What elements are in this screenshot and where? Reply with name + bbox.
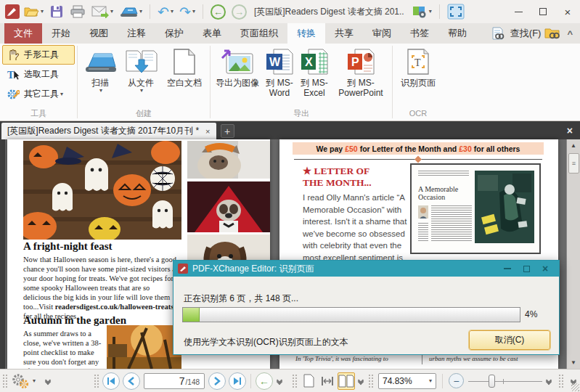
- chevron-down-icon[interactable]: ▾: [33, 378, 36, 384]
- tab-bookmarks[interactable]: 书签: [401, 23, 438, 44]
- last-page-button[interactable]: [229, 372, 246, 390]
- thumb-title: A Memorable Occasion: [418, 185, 476, 201]
- hand-icon: [7, 49, 20, 62]
- single-page-button[interactable]: [300, 372, 317, 390]
- maximize-button[interactable]: [531, 1, 555, 22]
- select-tool-label: 选取工具: [24, 68, 59, 81]
- cancel-button[interactable]: 取消(C): [469, 330, 550, 350]
- previous-view-button[interactable]: ←: [256, 372, 273, 390]
- toolbar-grip: [368, 374, 373, 388]
- excel-icon: X: [300, 48, 329, 75]
- options-gears-button[interactable]: [11, 373, 30, 389]
- double-chevron-icon[interactable]: [277, 378, 282, 384]
- toolbar-grip: [292, 374, 297, 388]
- status-bar: ▾ 7 /148 ← 74.83% ▾ −: [0, 369, 580, 392]
- undo-button[interactable]: ↶▾: [155, 2, 176, 21]
- scroll-up-icon[interactable]: ▲: [567, 139, 580, 152]
- dialog-close-button[interactable]: ×: [536, 262, 555, 275]
- export-image-icon: [221, 48, 254, 75]
- close-icon: ×: [565, 7, 571, 17]
- scrollbar-thumb[interactable]: ≡: [568, 153, 579, 173]
- back-icon: ←: [211, 4, 226, 20]
- document-tab[interactable]: [英国版]Readers Digest 读者文摘 2017年10月刊 * ×: [1, 123, 216, 139]
- tab-organize[interactable]: 页面组织: [231, 23, 287, 44]
- double-chevron-icon[interactable]: [46, 378, 50, 384]
- close-document-icon[interactable]: ×: [567, 125, 580, 139]
- to-excel-button[interactable]: X 到 MS-Excel: [297, 45, 332, 98]
- tab-close-icon[interactable]: ×: [205, 127, 210, 136]
- tab-review[interactable]: 审阅: [363, 23, 401, 44]
- tab-view[interactable]: 视图: [80, 23, 118, 44]
- hand-tool-button[interactable]: 手形工具: [2, 45, 75, 65]
- print-button[interactable]: [67, 2, 89, 21]
- chevron-down-icon: ▾: [429, 378, 432, 384]
- from-file-button[interactable]: 从文件 ▾: [121, 45, 161, 94]
- tab-form[interactable]: 表单: [193, 23, 231, 44]
- ribbon-group-ocr: T 识别页面 OCR: [393, 44, 444, 121]
- chevron-down-icon: ▾: [192, 9, 195, 15]
- select-tool-button[interactable]: T 选取工具: [2, 65, 75, 84]
- back-button[interactable]: ←: [208, 2, 229, 21]
- current-page: 7: [179, 375, 185, 387]
- redo-button[interactable]: ↷▾: [176, 2, 198, 21]
- two-page-view-button[interactable]: [338, 372, 355, 390]
- tab-home[interactable]: 开始: [42, 23, 80, 44]
- double-chevron-icon[interactable]: [359, 378, 363, 384]
- export-image-button[interactable]: 导出为图像: [213, 45, 262, 88]
- ribbon-group-create: 扫描 ▾ 从文件 ▾ 空白文档 创建: [78, 44, 210, 121]
- tab-protect[interactable]: 保护: [155, 23, 193, 44]
- minimize-button[interactable]: [506, 1, 531, 22]
- export-image-label: 导出为图像: [216, 78, 259, 88]
- chevron-down-icon: ▾: [99, 88, 102, 94]
- tab-help[interactable]: 帮助: [438, 23, 476, 44]
- vertical-scrollbar[interactable]: ▲ ≡ ▼: [566, 139, 580, 369]
- find-document-icon[interactable]: [491, 26, 505, 41]
- zoom-slider[interactable]: [468, 373, 542, 389]
- save-button[interactable]: [46, 2, 67, 21]
- new-tab-button[interactable]: +: [221, 124, 234, 138]
- thumb-portrait: [418, 205, 428, 219]
- other-tools-button[interactable]: 其它工具 ▾: [2, 84, 75, 104]
- slider-tick: [503, 379, 504, 384]
- previous-page-button[interactable]: [123, 372, 140, 390]
- slider-handle[interactable]: [489, 375, 495, 388]
- to-powerpoint-button[interactable]: P 到 MS-PowerPoint: [332, 45, 390, 98]
- fit-width-button[interactable]: [319, 372, 336, 390]
- close-button[interactable]: ×: [555, 1, 580, 22]
- double-chevron-icon[interactable]: [547, 378, 551, 384]
- resize-grip[interactable]: [571, 383, 579, 391]
- separator: [203, 4, 203, 19]
- scroll-down-icon[interactable]: ▼: [567, 356, 580, 369]
- dialog-maximize-button[interactable]: [517, 262, 536, 275]
- dialog-titlebar[interactable]: PDF-XChange Editor: 识别页面 ×: [173, 261, 559, 277]
- chevron-down-icon: ▾: [41, 9, 44, 15]
- page-number-input[interactable]: 7 /148: [144, 373, 205, 389]
- forward-button[interactable]: →: [229, 2, 250, 21]
- find-button[interactable]: 查找(F): [510, 27, 542, 40]
- find-folder-icon[interactable]: [544, 26, 561, 41]
- open-button[interactable]: ▾: [20, 2, 46, 21]
- back-arrow-icon: ←: [259, 375, 269, 387]
- blank-document-button[interactable]: 空白文档: [161, 45, 208, 88]
- progress-bar: [182, 307, 520, 322]
- chevron-down-icon: ▾: [140, 88, 143, 94]
- fullscreen-button[interactable]: [444, 2, 467, 21]
- zoom-out-button[interactable]: −: [449, 373, 464, 388]
- ui-options-button[interactable]: ▾: [409, 2, 435, 21]
- column-divider: [422, 354, 422, 364]
- dialog-minimize-button[interactable]: [498, 262, 517, 275]
- ocr-pages-button[interactable]: T 识别页面: [395, 45, 441, 88]
- tab-share[interactable]: 共享: [325, 23, 363, 44]
- tab-convert[interactable]: 转换: [287, 23, 325, 44]
- scan-button[interactable]: 扫描 ▾: [80, 45, 121, 94]
- tab-comment[interactable]: 注释: [118, 23, 155, 44]
- first-page-button[interactable]: [102, 372, 120, 390]
- next-page-button[interactable]: [208, 372, 226, 390]
- zoom-level-select[interactable]: 74.83% ▾: [378, 373, 436, 389]
- tab-file[interactable]: 文件: [4, 23, 42, 44]
- scan-button-small[interactable]: ▾: [116, 2, 145, 21]
- email-button[interactable]: ▾: [89, 2, 116, 21]
- to-word-button[interactable]: W 到 MS-Word: [262, 45, 297, 98]
- group-label-ocr: OCR: [395, 108, 441, 121]
- ribbon-collapse-button[interactable]: ^: [567, 28, 573, 39]
